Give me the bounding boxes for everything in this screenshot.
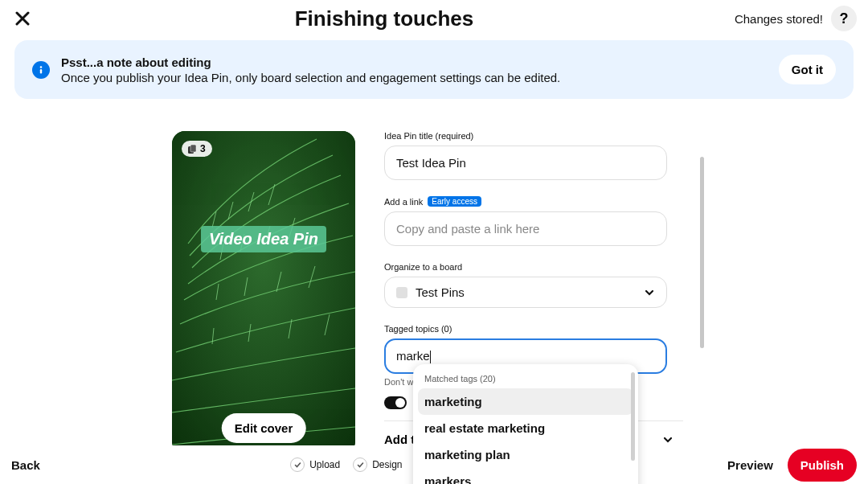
board-thumbnail [396,287,407,298]
svg-rect-1 [40,69,42,74]
help-icon: ? [840,10,849,27]
close-icon [15,11,30,26]
form-column: Idea Pin title (required) Test Idea Pin … [384,131,696,461]
link-label: Add a link Early access [384,196,696,207]
dropdown-header: Matched tags (20) [413,372,638,388]
page-count-badge: 3 [182,141,212,157]
pin-preview: 3 Video Idea Pin Edit cover [172,131,355,454]
tags-dropdown: Matched tags (20) marketing real estate … [413,364,638,484]
info-banner: Psst...a note about editing Once you pub… [14,40,854,99]
dropdown-item[interactable]: markers [413,468,638,484]
overlay-text: Video Idea Pin [209,230,318,248]
board-select[interactable]: Test Pins [384,277,667,308]
dropdown-scrollbar[interactable] [631,372,635,461]
svg-rect-2 [172,131,355,454]
check-icon [353,457,367,472]
svg-rect-4 [190,145,196,152]
dropdown-item[interactable]: real estate marketing [413,415,638,441]
got-it-button[interactable]: Got it [779,55,836,84]
back-button[interactable]: Back [11,458,40,472]
banner-title: Psst...a note about editing [61,55,768,69]
early-access-badge: Early access [428,196,481,207]
info-icon [32,61,50,79]
board-value: Test Pins [416,285,465,299]
title-input[interactable]: Test Idea Pin [384,146,667,180]
banner-body: Once you publish your Idea Pin, only boa… [61,71,768,84]
tags-label: Tagged topics (0) [384,324,696,334]
chevron-down-icon [644,287,655,298]
help-button[interactable]: ? [831,6,857,31]
link-input[interactable]: Copy and paste a link here [384,211,667,246]
save-status: Changes stored! [735,12,823,26]
pages-icon [188,145,197,154]
preview-image [172,131,355,454]
comment-toggle[interactable] [384,396,407,409]
svg-point-0 [40,66,43,68]
close-button[interactable] [11,7,34,30]
title-label: Idea Pin title (required) [384,131,696,141]
step-upload: Upload [290,457,340,472]
overlay-text-box: Video Idea Pin [201,226,326,252]
check-icon [290,457,305,472]
step-design: Design [353,457,402,472]
preview-button[interactable]: Preview [727,458,773,472]
dropdown-item[interactable]: marketing plan [413,441,638,468]
chevron-down-icon [662,434,674,445]
dropdown-item[interactable]: marketing [418,388,633,415]
page-title: Finishing touches [34,6,735,31]
page-count: 3 [200,143,206,154]
publish-button[interactable]: Publish [788,449,857,482]
edit-cover-button[interactable]: Edit cover [222,413,306,443]
scrollbar[interactable] [700,157,704,348]
board-label: Organize to a board [384,262,696,272]
